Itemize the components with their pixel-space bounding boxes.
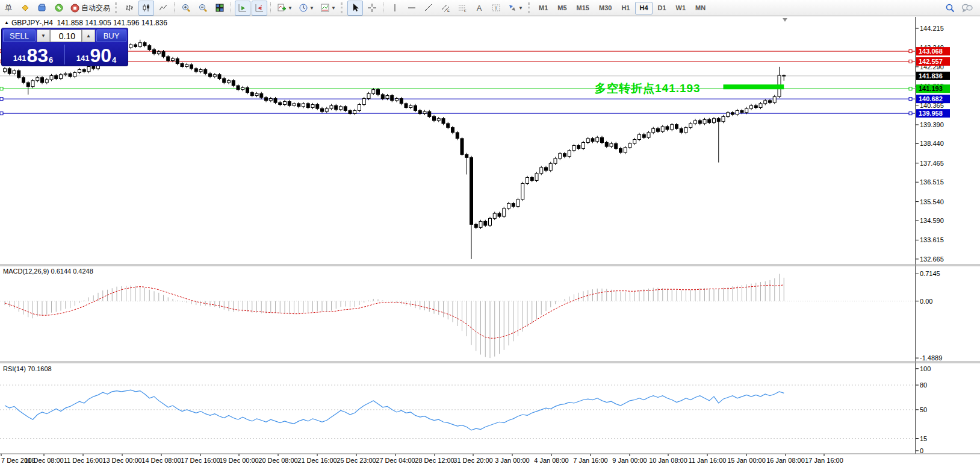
chart-shift-button[interactable] <box>252 1 267 16</box>
svg-text:9 Jan 00:00: 9 Jan 00:00 <box>612 457 647 464</box>
turning-point-annotation[interactable]: 多空转折点141.193 <box>595 81 701 96</box>
chat-icon[interactable] <box>959 1 975 16</box>
templates-button[interactable]: ▼ <box>318 1 338 16</box>
buy-price[interactable]: 141 90 4 <box>65 43 128 66</box>
svg-text:10 Dec 08:00: 10 Dec 08:00 <box>24 457 63 464</box>
search-icon[interactable] <box>942 1 958 16</box>
svg-text:144.215: 144.215 <box>920 25 944 32</box>
svg-text:100: 100 <box>920 365 931 372</box>
svg-text:133.615: 133.615 <box>920 236 944 243</box>
chevron-down-icon: ▼ <box>288 5 293 11</box>
chart-ohlc: 141.858 141.905 141.596 141.836 <box>57 19 168 27</box>
svg-text:4 Jan 08:00: 4 Jan 08:00 <box>534 457 569 464</box>
svg-text:-1.4889: -1.4889 <box>920 354 942 362</box>
volume-up-button[interactable]: ▲ <box>82 30 95 42</box>
text-tool-label: A <box>477 4 482 13</box>
svg-text:F: F <box>464 9 467 13</box>
toolbar-grip <box>341 2 345 13</box>
timeframe-MN[interactable]: MN <box>691 2 710 14</box>
rsi-label: RSI(14) 70.1608 <box>3 365 52 372</box>
toolbar-grip <box>528 2 532 13</box>
line-chart-button[interactable] <box>155 1 171 16</box>
svg-text:137.465: 137.465 <box>920 160 944 167</box>
timeframe-M15[interactable]: M15 <box>572 2 594 14</box>
svg-text:13 Dec 00:00: 13 Dec 00:00 <box>102 457 141 464</box>
svg-text:138.440: 138.440 <box>920 140 944 147</box>
sell-button[interactable]: SELL <box>3 30 36 42</box>
horizontal-line-tool[interactable] <box>404 1 420 16</box>
timeframe-M1[interactable]: M1 <box>535 2 552 14</box>
svg-text:0.00: 0.00 <box>920 298 932 305</box>
svg-text:16 Jan 08:00: 16 Jan 08:00 <box>766 457 805 464</box>
timeframe-M5[interactable]: M5 <box>553 2 571 14</box>
tile-windows-button[interactable] <box>212 1 228 16</box>
candlestick-chart-button[interactable] <box>138 1 154 16</box>
mt4-terminal: { "toolbar": { "order_label": "单", "auto… <box>0 0 980 467</box>
svg-text:136.515: 136.515 <box>920 178 944 186</box>
svg-text:25 Dec 23:00: 25 Dec 23:00 <box>336 457 376 464</box>
toolbar-separator <box>174 2 175 13</box>
arrows-tool[interactable]: ▼ <box>505 1 526 16</box>
svg-text:20 Dec 08:00: 20 Dec 08:00 <box>258 457 297 464</box>
one-click-trade-panel: SELL ▼ 0.10 ▲ BUY 141 83 6 141 90 4 <box>1 28 128 66</box>
timeframe-W1[interactable]: W1 <box>672 2 690 14</box>
svg-text:50: 50 <box>920 406 927 413</box>
indicators-button[interactable]: ▼ <box>274 1 295 16</box>
order-label: 单 <box>5 3 12 13</box>
svg-text:11 Jan 16:00: 11 Jan 16:00 <box>689 457 727 464</box>
chevron-down-icon: ▼ <box>518 5 523 11</box>
crosshair-button[interactable] <box>364 1 380 16</box>
chart-symbol: GBPJPY-,H4 <box>11 19 53 27</box>
toolbar: 单 自动交易 ▼ ▼ ▼ E F A T ▼ M1M5M15M30H1H4D1W… <box>0 0 980 16</box>
svg-text:27 Dec 04:00: 27 Dec 04:00 <box>376 457 415 464</box>
svg-text:19 Dec 00:00: 19 Dec 00:00 <box>219 457 258 464</box>
sell-price-prefix: 141 <box>13 54 26 63</box>
fibonacci-tool[interactable]: F <box>454 1 470 16</box>
channel-tool[interactable]: E <box>438 1 453 16</box>
autoscroll-button[interactable] <box>235 1 250 16</box>
timeframe-M30[interactable]: M30 <box>595 2 616 14</box>
text-tool[interactable]: A <box>471 1 487 16</box>
highlight-bar[interactable] <box>724 84 784 89</box>
buy-button[interactable]: BUY <box>96 30 126 42</box>
svg-text:134.590: 134.590 <box>920 217 944 224</box>
cursor-button[interactable] <box>347 1 363 16</box>
timeframe-H4[interactable]: H4 <box>635 2 652 14</box>
buy-price-prefix: 141 <box>76 54 90 63</box>
autotrade-button[interactable]: 自动交易 <box>68 1 113 16</box>
periods-button[interactable]: ▼ <box>296 1 317 16</box>
svg-text:31 Dec 20:00: 31 Dec 20:00 <box>453 457 492 464</box>
svg-text:7 Jan 16:00: 7 Jan 16:00 <box>573 457 608 464</box>
timeframe-H1[interactable]: H1 <box>617 2 634 14</box>
new-order-icon[interactable] <box>17 1 33 16</box>
vertical-line-tool[interactable] <box>387 1 403 16</box>
chart-canvas[interactable]: 144.215143.240142.290141.315140.365139.3… <box>0 0 980 467</box>
collapse-panel-icon[interactable]: ▲ <box>4 20 9 25</box>
sell-price[interactable]: 141 83 6 <box>2 43 64 66</box>
chart-title: ▲GBPJPY-,H4 141.858 141.905 141.596 141.… <box>4 19 167 27</box>
toolbar-separator <box>270 2 271 13</box>
toolbar-grip <box>115 2 119 13</box>
text-label-tool[interactable]: T <box>488 1 504 16</box>
timeframe-group: M1M5M15M30H1H4D1W1MN <box>534 2 710 14</box>
trendline-tool[interactable] <box>421 1 436 16</box>
chevron-down-icon: ▼ <box>309 5 314 11</box>
svg-text:17 Dec 16:00: 17 Dec 16:00 <box>181 457 220 464</box>
svg-text:139.958: 139.958 <box>919 110 943 117</box>
svg-text:142.557: 142.557 <box>919 58 943 65</box>
chevron-down-icon: ▼ <box>331 5 336 11</box>
zoom-out-button[interactable] <box>195 1 211 16</box>
volume-input[interactable]: 0.10 <box>50 30 82 42</box>
toolbar-separator <box>231 2 232 13</box>
bar-chart-button[interactable] <box>122 1 137 16</box>
market-watch-icon[interactable] <box>34 1 50 16</box>
order-button[interactable]: 单 <box>1 1 16 16</box>
volume-down-button[interactable]: ▼ <box>37 30 50 42</box>
svg-text:135.540: 135.540 <box>920 198 944 205</box>
svg-text:140.682: 140.682 <box>919 95 943 102</box>
timeframe-D1[interactable]: D1 <box>654 2 671 14</box>
svg-text:17 Jan 16:00: 17 Jan 16:00 <box>805 457 843 464</box>
zoom-in-button[interactable] <box>178 1 194 16</box>
svg-text:143.068: 143.068 <box>919 48 943 55</box>
news-signal-icon[interactable] <box>51 1 67 16</box>
